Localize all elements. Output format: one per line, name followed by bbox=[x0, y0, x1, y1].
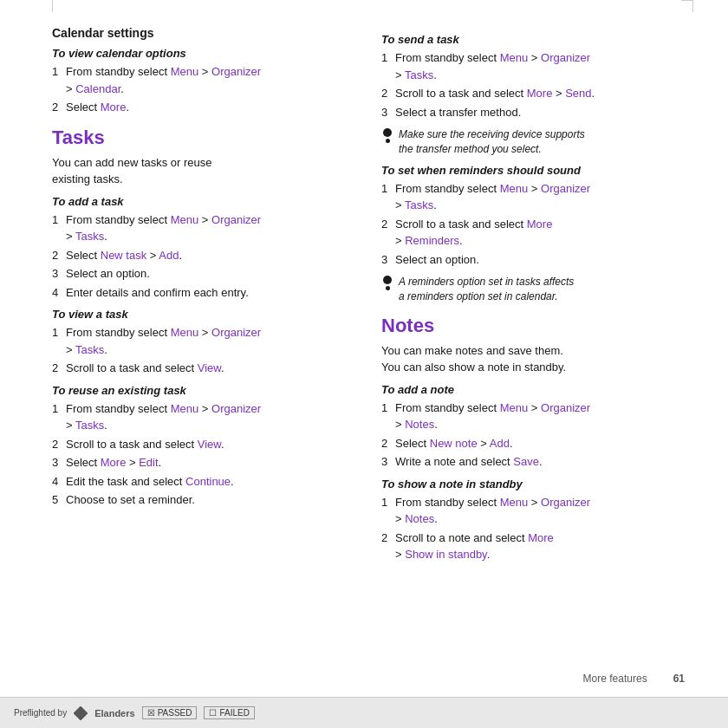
top-mark-right2 bbox=[692, 0, 693, 12]
list-item: 2 Scroll to a task and select More> Remi… bbox=[381, 216, 685, 250]
view-task-steps: 1 From standby select Menu > Organizer> … bbox=[52, 324, 355, 377]
show-note-heading: To show a note in standby bbox=[381, 478, 685, 491]
list-item: 1 From standby select Menu > Organizer> … bbox=[381, 400, 685, 433]
reminders-heading: To set when reminders should sound bbox=[381, 164, 685, 177]
passed-badge: ☒ PASSED bbox=[142, 706, 198, 719]
page-number: 61 bbox=[673, 673, 685, 685]
failed-badge: ☐ FAILED bbox=[204, 706, 254, 719]
view-task-heading: To view a task bbox=[52, 308, 355, 321]
tasks-section: Tasks You can add new tasks or reuseexis… bbox=[52, 127, 355, 509]
note-bullet-icon bbox=[381, 276, 393, 290]
failed-label: FAILED bbox=[219, 708, 249, 718]
send-task-section: To send a task 1 From standby select Men… bbox=[381, 33, 685, 157]
reminders-section: To set when reminders should sound 1 Fro… bbox=[381, 164, 685, 304]
view-calendar-heading: To view calendar options bbox=[52, 47, 355, 60]
list-item: 3 Write a note and select Save. bbox=[381, 453, 685, 471]
left-column: Calendar settings To view calendar optio… bbox=[52, 17, 355, 685]
list-item: 2 Select More. bbox=[52, 99, 355, 116]
view-calendar-steps: 1 From standby select Menu > Organizer> … bbox=[52, 63, 355, 116]
list-item: 4 Edit the task and select Continue. bbox=[52, 473, 355, 491]
send-task-note: Make sure the receiving device supportst… bbox=[381, 127, 685, 157]
calendar-settings-title: Calendar settings bbox=[52, 26, 355, 40]
top-mark-right bbox=[681, 0, 693, 1]
page-number-area: More features 61 bbox=[583, 673, 685, 685]
notes-intro: You can make notes and save them.You can… bbox=[381, 342, 685, 376]
list-item: 2 Select New task > Add. bbox=[52, 247, 355, 264]
preflighted-label: Preflighted by bbox=[14, 708, 67, 718]
list-item: 2 Select New note > Add. bbox=[381, 435, 685, 452]
reminders-steps: 1 From standby select Menu > Organizer> … bbox=[381, 180, 685, 269]
content-area: Calendar settings To view calendar optio… bbox=[52, 17, 685, 685]
list-item: 1 From standby select Menu > Organizer> … bbox=[381, 494, 685, 528]
list-item: 2 Scroll to a task and select View. bbox=[52, 360, 355, 377]
list-item: 1 From standby select Menu > Organizer> … bbox=[381, 49, 685, 83]
send-task-steps: 1 From standby select Menu > Organizer> … bbox=[381, 49, 685, 120]
elanders-brand: Elanders bbox=[94, 708, 134, 718]
reuse-task-steps: 1 From standby select Menu > Organizer> … bbox=[52, 400, 355, 509]
list-item: 1 From standby select Menu > Organizer> … bbox=[381, 180, 685, 214]
elanders-diamond-icon bbox=[74, 706, 88, 720]
list-item: 3 Select a transfer method. bbox=[381, 104, 685, 121]
note-bullet-icon bbox=[381, 128, 393, 143]
bottom-bar: Preflighted by Elanders ☒ PASSED ☐ FAILE… bbox=[0, 697, 728, 728]
tasks-intro: You can add new tasks or reuseexisting t… bbox=[52, 154, 355, 188]
add-task-heading: To add a task bbox=[52, 195, 355, 208]
add-note-heading: To add a note bbox=[381, 383, 685, 396]
list-item: 5 Choose to set a reminder. bbox=[52, 491, 355, 509]
svg-rect-0 bbox=[74, 706, 88, 720]
reuse-task-heading: To reuse an existing task bbox=[52, 384, 355, 397]
notes-heading: Notes bbox=[381, 315, 685, 337]
list-item: 3 Select an option. bbox=[381, 251, 685, 269]
page: Calendar settings To view calendar optio… bbox=[0, 0, 728, 728]
notes-section: Notes You can make notes and save them.Y… bbox=[381, 315, 685, 563]
calendar-settings-section: Calendar settings To view calendar optio… bbox=[52, 26, 355, 116]
list-item: 4 Enter details and confirm each entry. bbox=[52, 284, 355, 302]
list-item: 2 Scroll to a task and select View. bbox=[52, 436, 355, 453]
top-mark-left bbox=[52, 0, 53, 12]
show-note-steps: 1 From standby select Menu > Organizer> … bbox=[381, 494, 685, 563]
tasks-heading: Tasks bbox=[52, 127, 355, 149]
list-item: 1 From standby select Menu > Organizer> … bbox=[52, 211, 355, 245]
list-item: 1 From standby select Menu > Organizer> … bbox=[52, 324, 355, 358]
right-column: To send a task 1 From standby select Men… bbox=[381, 17, 685, 685]
more-features-label: More features bbox=[583, 673, 647, 685]
add-note-steps: 1 From standby select Menu > Organizer> … bbox=[381, 400, 685, 471]
add-task-steps: 1 From standby select Menu > Organizer> … bbox=[52, 211, 355, 302]
list-item: 3 Select an option. bbox=[52, 265, 355, 283]
send-task-heading: To send a task bbox=[381, 33, 685, 46]
passed-label: PASSED bbox=[158, 708, 192, 718]
list-item: 2 Scroll to a task and select More > Sen… bbox=[381, 85, 685, 102]
reminders-note: A reminders option set in tasks affectsa… bbox=[381, 275, 685, 304]
list-item: 1 From standby select Menu > Organizer> … bbox=[52, 400, 355, 434]
list-item: 2 Scroll to a note and select More> Show… bbox=[381, 530, 685, 563]
list-item: 1 From standby select Menu > Organizer> … bbox=[52, 63, 355, 97]
list-item: 3 Select More > Edit. bbox=[52, 454, 355, 471]
